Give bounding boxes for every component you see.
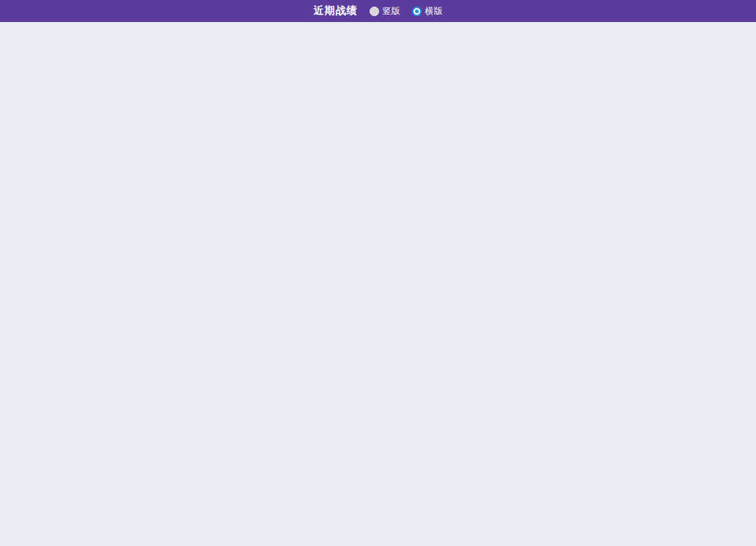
radio-horizontal-layout[interactable]: 横版 (412, 5, 443, 18)
page-title: 近期战绩 (314, 4, 358, 18)
top-bar: 近期战绩 竖版 横版 (0, 0, 756, 22)
radio-vertical-label: 竖版 (383, 5, 400, 18)
radio-vertical-layout[interactable]: 竖版 (370, 5, 400, 18)
radio-horizontal-label: 横版 (425, 5, 443, 18)
radio-unselected-icon (370, 7, 379, 16)
radio-selected-icon (412, 7, 422, 16)
page: 近期战绩 竖版 横版 (0, 0, 756, 22)
